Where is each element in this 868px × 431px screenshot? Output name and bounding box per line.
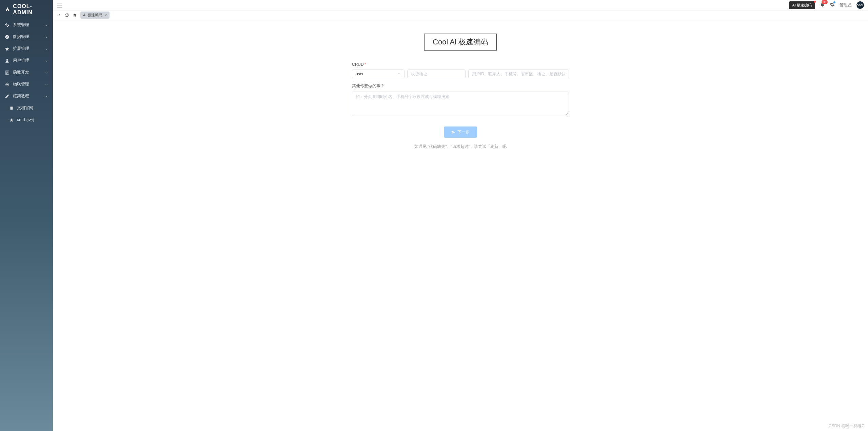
sidebar-item-label: 用户管理	[13, 58, 45, 63]
sidebar-item-label: 扩展管理	[13, 46, 45, 52]
settings-button[interactable]	[830, 2, 835, 8]
sidebar-item-label: 函数开发	[13, 70, 45, 75]
notification-count: 30	[822, 0, 828, 4]
sidebar-item-tutorial[interactable]: 框架教程	[0, 90, 53, 102]
avatar[interactable]: COOL	[856, 1, 864, 9]
home-button[interactable]	[73, 13, 77, 17]
svg-point-1	[6, 59, 8, 61]
chevron-down-icon	[45, 35, 48, 39]
chevron-down-icon	[45, 71, 48, 74]
sidebar-item-label: 文档官网	[17, 105, 48, 111]
sidebar-item-label: 数据管理	[13, 34, 45, 40]
check-circle-icon	[5, 35, 9, 39]
sidebar-menu: 系统管理 数据管理 扩展管理 用户管理 函数开发	[0, 19, 53, 431]
svg-point-0	[5, 35, 9, 39]
sidebar-item-function[interactable]: 函数开发	[0, 66, 53, 78]
username-label: 管理员	[840, 2, 852, 8]
refresh-button[interactable]	[65, 13, 69, 17]
sidebar-item-iot[interactable]: 物联管理	[0, 78, 53, 90]
tab-close-icon[interactable]: ×	[104, 13, 107, 17]
star-icon	[9, 118, 14, 122]
brand-icon	[5, 6, 10, 13]
sidebar-subitem-docs[interactable]: 文档官网	[0, 102, 53, 114]
other-textarea[interactable]	[352, 92, 569, 116]
sidebar-subitem-crud[interactable]: crud 示例	[0, 114, 53, 126]
chevron-down-icon	[45, 47, 48, 51]
svg-rect-3	[11, 106, 13, 110]
menu-toggle-button[interactable]	[57, 3, 62, 7]
tabbar: Ai 极速编码 ×	[53, 11, 868, 20]
chevron-down-icon	[397, 72, 401, 76]
edit-icon	[5, 94, 9, 99]
fields-input[interactable]	[468, 70, 569, 78]
sidebar-item-data[interactable]: 数据管理	[0, 31, 53, 43]
sidebar-item-label: crud 示例	[17, 117, 48, 123]
chevron-up-icon	[45, 95, 48, 98]
chevron-down-icon	[45, 23, 48, 27]
function-icon	[5, 70, 9, 75]
sidebar-item-label: 系统管理	[13, 22, 45, 28]
select-value: user	[356, 72, 363, 76]
next-button[interactable]: 下一步	[444, 126, 477, 138]
other-label: 其他你想做的事？	[352, 83, 569, 89]
user-icon	[5, 58, 9, 63]
chevron-down-icon	[45, 83, 48, 86]
tab-ai-code[interactable]: Ai 极速编码 ×	[80, 12, 110, 19]
sidebar-item-system[interactable]: 系统管理	[0, 19, 53, 31]
brand-logo[interactable]: COOL-ADMIN	[0, 0, 53, 19]
sidebar-item-extension[interactable]: 扩展管理	[0, 43, 53, 55]
gear-icon	[5, 23, 9, 27]
content-area: Cool Ai 极速编码 CRUD* user 其他你想做的事？	[53, 20, 868, 431]
crud-label: CRUD*	[352, 62, 569, 67]
topbar: AI 极速编码 30 管理员 COOL	[53, 0, 868, 11]
sidebar-item-label: 框架教程	[13, 93, 45, 99]
back-button[interactable]	[57, 13, 61, 17]
ai-code-button[interactable]: AI 极速编码	[789, 1, 815, 9]
sidebar: COOL-ADMIN 系统管理 数据管理 扩展管理 用户管理	[0, 0, 53, 431]
tab-label: Ai 极速编码	[83, 13, 102, 18]
module-name-input[interactable]	[407, 70, 466, 78]
settings-dot	[833, 1, 835, 3]
hint-text: 如遇见 "代码缺失"、"请求超时"，请尝试「刷新」吧	[352, 144, 569, 150]
send-icon	[451, 130, 455, 134]
page-title: Cool Ai 极速编码	[424, 34, 497, 51]
snowflake-icon	[5, 82, 9, 87]
notification-button[interactable]: 30	[820, 2, 825, 8]
brand-text: COOL-ADMIN	[13, 3, 48, 16]
sidebar-item-label: 物联管理	[13, 81, 45, 87]
doc-icon	[9, 106, 14, 110]
watermark: CSDN @喝一杯维C	[829, 423, 865, 429]
star-icon	[5, 46, 9, 51]
chevron-down-icon	[45, 59, 48, 62]
sidebar-item-user[interactable]: 用户管理	[0, 55, 53, 66]
entity-select[interactable]: user	[352, 70, 405, 78]
